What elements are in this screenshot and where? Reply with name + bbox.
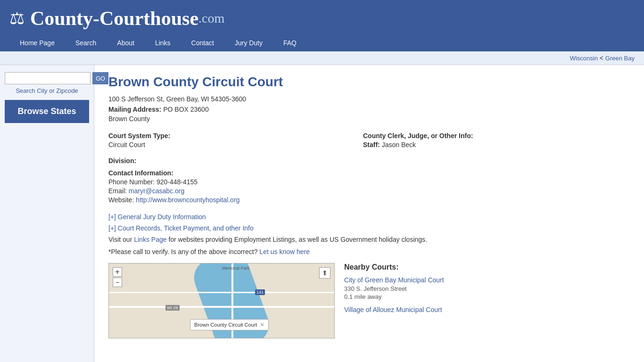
search-box-wrap: GO: [5, 72, 89, 84]
map-street-h1: [109, 306, 334, 308]
logo-text-com: .com: [198, 11, 224, 26]
nearby-courts-title: Nearby Courts:: [344, 263, 599, 272]
breadcrumb-state[interactable]: Wisconsin: [570, 55, 598, 62]
sidebar: GO Search City or Zipcode Browse States: [0, 65, 94, 362]
main-content: Brown County Circuit Court 100 S Jeffers…: [94, 65, 613, 362]
website-link[interactable]: http://www.browncountyhospital.org: [136, 196, 239, 204]
scales-icon: ⚖: [9, 8, 25, 28]
nearby-court-addr-0: 330 S. Jefferson Street: [344, 285, 599, 292]
court-records-link[interactable]: [+] Court Records, Ticket Payment, and o…: [108, 224, 599, 232]
browse-states-button[interactable]: Browse States: [5, 100, 89, 123]
mailing-address-line: Mailing Address: PO BOX 23600: [108, 106, 599, 113]
breadcrumb-city[interactable]: Green Bay: [605, 55, 635, 62]
page-title: Brown County Circuit Court: [108, 74, 599, 90]
clerk-col: County Clerk, Judge, or Other Info: Staf…: [363, 132, 599, 148]
email-label: Email:: [108, 187, 127, 195]
main-layout: GO Search City or Zipcode Browse States …: [0, 65, 644, 362]
contact-section: Contact Information: Phone Number: 920-4…: [108, 169, 599, 204]
division-section: Division:: [108, 157, 599, 165]
contact-label: Contact Information:: [108, 169, 599, 177]
map-popup-label: Brown County Circuit Court: [194, 322, 257, 328]
site-logo: ⚖ County-Courthouse .com: [9, 7, 635, 30]
map-park-label: Memorial Park: [222, 266, 249, 271]
nearby-court-name-0[interactable]: City of Green Bay Municipal Court: [344, 276, 599, 284]
verify-text: *Please call to verify. Is any of the ab…: [108, 248, 259, 255]
staff-value: Staff: Jason Beck: [363, 141, 599, 148]
map-share-button[interactable]: ⬆: [319, 267, 330, 279]
court-address: 100 S Jefferson St, Green Bay, WI 54305-…: [108, 95, 599, 103]
links-note-prefix: Visit our: [108, 236, 134, 243]
nav-item-jury-duty[interactable]: Jury Duty: [224, 34, 273, 51]
site-header: ⚖ County-Courthouse .com Home PageSearch…: [0, 0, 644, 51]
bottom-section: Memorial Park 141 WI 29 + − ⬆ Brown Coun…: [108, 263, 599, 338]
phone-label: Phone Number:: [108, 178, 155, 186]
nearby-court-name-1[interactable]: Village of Allouez Municipal Court: [344, 306, 599, 313]
nav-item-faq[interactable]: FAQ: [273, 34, 307, 51]
phone-value: 920-448-4155: [157, 178, 198, 186]
links-note-suffix: for websites providing Employment Listin…: [167, 236, 427, 243]
search-label: Search City or Zipcode: [5, 87, 89, 94]
email-link[interactable]: maryr@casabc.org: [129, 187, 184, 195]
map-street-h2: [109, 292, 334, 293]
map-popup-close[interactable]: ✕: [260, 321, 264, 328]
links-note: Visit our Links Page for websites provid…: [108, 236, 599, 243]
info-grid: Court System Type: Circuit Court County …: [108, 132, 599, 148]
court-system-label: Court System Type:: [108, 132, 344, 140]
mailing-label: Mailing Address:: [108, 106, 161, 113]
division-label: Division:: [108, 157, 599, 165]
let-us-know-link[interactable]: Let us know here: [259, 248, 310, 255]
map-zoom-plus[interactable]: +: [113, 267, 122, 277]
verify-note: *Please call to verify. Is any of the ab…: [108, 248, 599, 255]
logo-text-main: County-Courthouse: [30, 7, 198, 30]
court-system-value: Circuit Court: [108, 141, 344, 148]
court-system-col: Court System Type: Circuit Court: [108, 132, 344, 148]
website-line: Website: http://www.browncountyhospital.…: [108, 196, 599, 204]
map-popup: Brown County Circuit Court ✕: [190, 319, 269, 330]
nav-item-about[interactable]: About: [107, 34, 145, 51]
links-page-link[interactable]: Links Page: [134, 236, 166, 243]
jury-duty-link[interactable]: [+] General Jury Duty Information: [108, 213, 599, 221]
map-road-badge2: WI 29: [165, 305, 180, 311]
nearby-courts: Nearby Courts: City of Green Bay Municip…: [344, 263, 599, 315]
map-zoom-minus[interactable]: −: [113, 278, 122, 287]
staff-name: Jason Beck: [382, 141, 416, 148]
nav-item-links[interactable]: Links: [145, 34, 181, 51]
map-road-badge: 141: [255, 289, 265, 295]
mailing-address-value: PO BOX 23600: [163, 106, 209, 113]
website-label: Website:: [108, 196, 134, 204]
county-name: Brown County: [108, 115, 599, 123]
staff-label: Staff:: [363, 141, 380, 148]
site-nav: Home PageSearchAboutLinksContactJury Dut…: [9, 34, 635, 51]
nearby-court-dist-0: 0.1 mile away: [344, 293, 599, 300]
map-container[interactable]: Memorial Park 141 WI 29 + − ⬆ Brown Coun…: [108, 263, 335, 338]
clerk-label: County Clerk, Judge, or Other Info:: [363, 132, 599, 140]
nav-item-search[interactable]: Search: [65, 34, 107, 51]
nav-item-home[interactable]: Home Page: [9, 34, 65, 51]
search-input[interactable]: [5, 72, 91, 84]
breadcrumb: Wisconsin < Green Bay: [0, 51, 644, 65]
nav-item-contact[interactable]: Contact: [181, 34, 224, 51]
phone-line: Phone Number: 920-448-4155: [108, 178, 599, 186]
breadcrumb-separator: <: [600, 54, 605, 62]
email-line: Email: maryr@casabc.org: [108, 187, 599, 195]
